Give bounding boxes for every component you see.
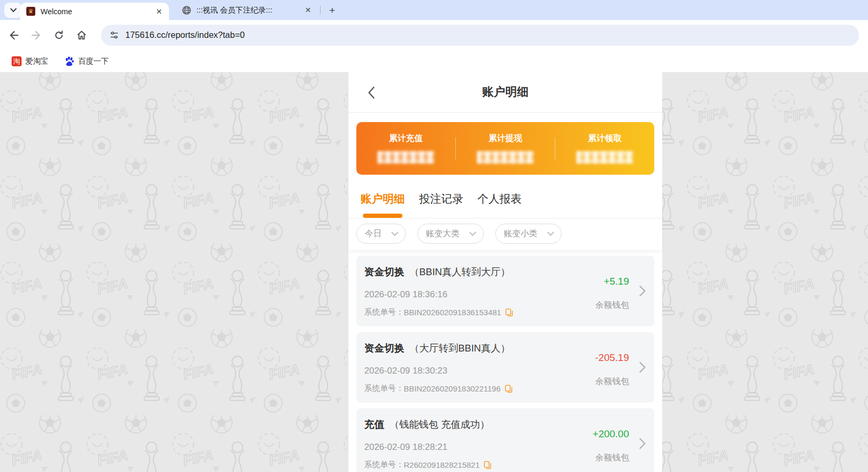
url-text[interactable]: 175616.cc/reports/index?tab=0 xyxy=(125,30,245,40)
chevron-left-icon xyxy=(367,86,375,99)
summary-label: 累计领取 xyxy=(588,133,622,144)
close-icon[interactable]: ✕ xyxy=(303,5,313,15)
forward-button[interactable] xyxy=(27,26,45,44)
reload-icon xyxy=(54,30,64,41)
site-settings-tune-icon[interactable] xyxy=(109,31,119,40)
record-type: 充值 xyxy=(364,418,384,431)
section-tabs: 账户明细 投注记录 个人报表 xyxy=(348,175,662,218)
record-type: 资金切换 xyxy=(364,342,404,355)
order-label: 系统单号： xyxy=(364,384,404,394)
masked-amount xyxy=(377,151,434,164)
tab-search-button[interactable] xyxy=(4,3,22,18)
bookmark-label: 爱淘宝 xyxy=(25,56,48,66)
record-detail: （BBIN真人转到大厅） xyxy=(410,265,510,278)
total-withdraw: 累计提现 xyxy=(456,133,555,164)
account-detail-panel: 账户明细 累计充值 累计提现 累计领取 账户明细 投注记录 个人报表 xyxy=(348,72,662,472)
copy-button[interactable] xyxy=(505,308,513,317)
masked-amount xyxy=(576,151,633,164)
chevron-right-icon xyxy=(639,438,646,449)
filter-label: 账变大类 xyxy=(426,228,460,239)
chevron-right-icon xyxy=(639,285,646,297)
masked-amount xyxy=(477,151,534,164)
record-datetime: 2026-02-09 18:36:16 xyxy=(364,289,596,300)
bookmarks-bar: 淘 爱淘宝 百度一下 xyxy=(0,50,868,72)
wallet-name: 余额钱包 xyxy=(595,376,629,387)
address-bar[interactable]: 175616.cc/reports/index?tab=0 xyxy=(101,25,859,46)
summary-label: 累计提现 xyxy=(488,133,522,144)
record-item[interactable]: 充值 （钱能钱包 充值成功） 2026-02-09 18:28:21 系统单号：… xyxy=(356,408,654,472)
back-chevron-button[interactable] xyxy=(362,84,380,102)
copy-icon xyxy=(484,461,492,469)
reload-button[interactable] xyxy=(50,26,68,44)
baidu-paw-icon xyxy=(64,56,75,66)
summary-label: 累计充值 xyxy=(389,133,423,144)
filter-label: 今日 xyxy=(365,228,382,239)
amount-value: +5.19 xyxy=(604,276,629,287)
back-button[interactable] xyxy=(5,26,23,44)
close-icon[interactable]: ✕ xyxy=(154,7,164,16)
amount-value: -205.19 xyxy=(595,352,629,364)
chevron-down-icon xyxy=(469,232,476,236)
tab-title: Welcome xyxy=(41,7,154,16)
filters-row: 今日 账变大类 账变小类 xyxy=(348,218,662,250)
home-button[interactable] xyxy=(73,26,91,44)
wallet-name: 余额钱包 xyxy=(595,453,629,464)
tab-betting-records[interactable]: :::视讯 会员下注纪录::: ✕ xyxy=(174,0,317,20)
web-page: FIFA 账户明细 xyxy=(0,72,868,472)
copy-button[interactable] xyxy=(505,385,513,393)
new-tab-button[interactable]: + xyxy=(325,4,339,17)
record-datetime: 2026-02-09 18:28:21 xyxy=(364,442,596,453)
filter-date-dropdown[interactable]: 今日 xyxy=(356,224,406,244)
copy-icon xyxy=(505,308,513,317)
chevron-right-icon xyxy=(639,361,646,373)
record-type: 资金切换 xyxy=(364,265,404,279)
tab-separator xyxy=(320,6,321,14)
order-label: 系统单号： xyxy=(364,460,404,470)
back-arrow-icon xyxy=(8,30,19,41)
amount-value: +200.00 xyxy=(593,428,629,440)
copy-button[interactable] xyxy=(484,461,492,469)
forward-arrow-icon xyxy=(31,30,42,41)
browser-toolbar: 175616.cc/reports/index?tab=0 xyxy=(0,20,868,50)
record-datetime: 2026-02-09 18:30:23 xyxy=(364,366,596,376)
record-detail: （大厅转到BBIN真人） xyxy=(410,342,510,355)
chevron-down-icon xyxy=(547,232,554,236)
records-list: 资金切换 （BBIN真人转到大厅） 2026-02-09 18:36:16 系统… xyxy=(348,250,662,472)
filter-label: 账变小类 xyxy=(504,228,537,239)
total-claimed: 累计领取 xyxy=(555,133,654,164)
total-recharge: 累计充值 xyxy=(356,133,455,164)
record-item[interactable]: 资金切换 （大厅转到BBIN真人） 2026-02-09 18:30:23 系统… xyxy=(356,332,654,403)
record-item[interactable]: 资金切换 （BBIN真人转到大厅） 2026-02-09 18:36:16 系统… xyxy=(356,256,654,326)
bookmark-aitaobao[interactable]: 淘 爱淘宝 xyxy=(7,54,53,68)
globe-icon xyxy=(182,6,191,15)
order-number: BBIN202602091830221196 xyxy=(404,384,501,393)
tab-personal-report[interactable]: 个人报表 xyxy=(477,192,522,218)
order-number: BBIN202602091836153481 xyxy=(404,308,501,317)
chevron-down-icon xyxy=(391,232,398,236)
browser-tab-strip: ♛ Welcome ✕ :::视讯 会员下注纪录::: ✕ + xyxy=(0,0,868,20)
bookmark-baidu[interactable]: 百度一下 xyxy=(60,54,113,68)
tab-account-detail[interactable]: 账户明细 xyxy=(361,192,405,218)
bookmark-label: 百度一下 xyxy=(78,56,109,66)
tab-title: :::视讯 会员下注纪录::: xyxy=(196,5,303,15)
copy-icon xyxy=(505,385,513,393)
page-header: 账户明细 xyxy=(348,72,662,113)
order-number: R2602091828215821 xyxy=(404,460,480,469)
casino-crest-icon: ♛ xyxy=(26,7,35,16)
page-title: 账户明细 xyxy=(482,84,528,100)
record-detail: （钱能钱包 充值成功） xyxy=(390,418,490,431)
tab-bet-records[interactable]: 投注记录 xyxy=(419,192,463,218)
wallet-name: 余额钱包 xyxy=(595,300,629,311)
totals-summary-card: 累计充值 累计提现 累计领取 xyxy=(356,122,654,175)
chevron-down-icon xyxy=(10,8,17,13)
home-icon xyxy=(76,30,87,41)
taobao-icon: 淘 xyxy=(12,56,22,66)
tab-welcome[interactable]: ♛ Welcome ✕ xyxy=(20,3,169,20)
filter-major-category-dropdown[interactable]: 账变大类 xyxy=(417,224,484,244)
filter-minor-category-dropdown[interactable]: 账变小类 xyxy=(495,224,562,244)
order-label: 系统单号： xyxy=(364,307,404,317)
